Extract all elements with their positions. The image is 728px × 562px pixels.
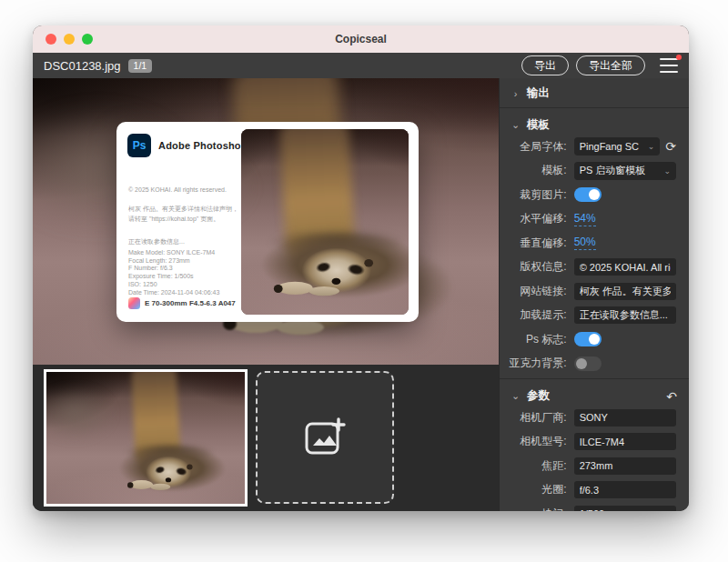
chevron-down-icon: ⌄ [511,119,520,131]
row-aperture: 光圈: [505,481,676,499]
row-template: 模板: PS 启动窗模板 ⌄ [505,162,676,180]
chevron-down-icon: ⌄ [511,390,520,402]
vertical-offset-label: 垂直偏移: [505,236,567,251]
section-template[interactable]: ⌄ 模板 [500,113,689,137]
traffic-lights [46,34,93,45]
ps-logo-toggle[interactable] [574,332,602,346]
meerkat-photo-crop [241,129,409,315]
zoom-window-button[interactable] [82,34,93,45]
refresh-fonts-icon[interactable]: ⟳ [665,140,676,153]
watermark-loading-text: 正在读取参数信息... [128,237,185,246]
row-copyright: 版权信息: [505,258,676,276]
current-filename: DSC01238.jpg [44,59,121,73]
divider [500,107,689,108]
meerkat-nose [166,477,171,482]
desktop-background: Copicseal DSC01238.jpg 1/1 导出 导出全部 [0,0,728,562]
row-camera-maker: 相机厂商: [505,408,676,427]
global-font-select[interactable]: PingFang SC ⌄ [574,137,661,156]
minimize-window-button[interactable] [64,34,75,45]
horizontal-offset-label: 水平偏移: [505,211,567,226]
photo-preview[interactable]: Ps Adobe Photoshop © 2025 KOHAI. All rig… [33,78,499,365]
add-image-icon [304,417,346,457]
meerkat-ear [187,464,192,469]
loading-hint-input[interactable] [574,306,676,324]
horizontal-offset-value[interactable]: 54% [574,212,596,226]
vertical-offset-value[interactable]: 50% [574,236,596,250]
titlebar[interactable]: Copicseal [33,25,689,53]
acrylic-background-toggle[interactable] [574,356,602,371]
image-counter-badge: 1/1 [128,59,153,73]
template-label: 模板: [505,163,567,178]
close-window-button[interactable] [46,34,56,45]
focal-length-input[interactable] [574,457,676,475]
meerkat-paw [308,286,339,296]
toolbar: DSC01238.jpg 1/1 导出 导出全部 [33,53,689,78]
toggle-knob [576,358,587,369]
section-output[interactable]: › 输出 [500,81,689,105]
website-label: 网站链接: [505,284,567,299]
meerkat-paw [150,484,170,490]
camera-maker-input[interactable] [574,409,676,427]
watermark-app-name: Adobe Photoshop [158,140,248,151]
shutter-input[interactable] [574,506,676,512]
hamburger-menu-icon[interactable] [660,58,678,73]
row-global-font: 全局字体: PingFang SC ⌄ ⟳ [505,137,676,156]
meerkat-thumbnail [46,372,245,504]
website-input[interactable] [574,283,676,300]
global-font-label: 全局字体: [505,139,567,155]
row-ps-logo: Ps 标志: [505,330,676,348]
chevron-right-icon: › [511,88,520,99]
row-vertical-offset: 垂直偏移: 50% [505,234,676,252]
select-chevron-icon: ⌄ [644,142,655,151]
section-params[interactable]: ⌄ 参数 ↶ [500,384,689,408]
loading-hint-label: 加载提示: [505,307,567,323]
copyright-input[interactable] [574,258,676,276]
copyright-label: 版权信息: [505,259,567,275]
app-window: Copicseal DSC01238.jpg 1/1 导出 导出全部 [33,25,689,511]
exif-line: F Number: f/6.3 [128,265,219,273]
row-crop-image: 裁剪图片: [505,186,676,204]
preview-pane: Ps Adobe Photoshop © 2025 KOHAI. All rig… [33,78,499,511]
section-params-title: 参数 [527,388,550,404]
global-font-value: PingFang SC [580,141,639,152]
shutter-label: 快门: [505,507,567,512]
template-value: PS 启动窗模板 [580,164,646,177]
exif-line: ISO: 1250 [128,281,219,289]
watermark-website-line2: 请转至 "https://kohai.top" 页面。 [128,214,243,224]
row-shutter: 快门: [505,505,676,511]
export-all-button[interactable]: 导出全部 [576,55,645,75]
section-template-title: 模板 [527,117,550,133]
add-image-dropzone[interactable] [256,371,394,504]
exif-line: Exposure Time: 1/500s [128,273,219,281]
watermark-card[interactable]: Ps Adobe Photoshop © 2025 KOHAI. All rig… [116,122,419,322]
template-select[interactable]: PS 启动窗模板 ⌄ [574,162,676,180]
lens-brand-icon [128,297,140,309]
exif-line: Focal Length: 273mm [128,257,219,266]
menu-bar [660,58,678,60]
aperture-input[interactable] [574,481,676,498]
meerkat-paw [277,320,324,335]
thumbnail-selected[interactable] [44,369,248,507]
row-camera-model: 相机型号: [505,433,676,451]
camera-model-input[interactable] [574,433,676,450]
menu-bar [660,71,678,73]
crop-image-toggle[interactable] [574,187,602,202]
settings-sidebar: › 输出 ⌄ 模板 全局字体: PingFang SC ⌄ ⟳ [499,78,689,511]
row-horizontal-offset: 水平偏移: 54% [505,210,676,228]
row-website: 网站链接: [505,282,676,300]
toggle-knob [589,189,600,200]
meerkat-nose [332,278,341,285]
export-button[interactable]: 导出 [521,55,569,75]
watermark-embedded-photo [241,129,409,315]
focal-length-label: 焦距: [505,458,567,474]
row-focal-length: 焦距: [505,457,676,475]
lens-info-row: E 70-300mm F4.5-6.3 A047 [128,297,236,309]
reset-params-icon[interactable]: ↶ [666,390,677,403]
aperture-label: 光圈: [505,482,567,497]
rock [44,386,115,441]
rock [241,149,254,226]
acrylic-background-label: 亚克力背景: [505,356,567,371]
meerkat-ear [364,259,373,266]
toggle-knob [589,334,600,345]
row-acrylic-background: 亚克力背景: [505,355,676,373]
